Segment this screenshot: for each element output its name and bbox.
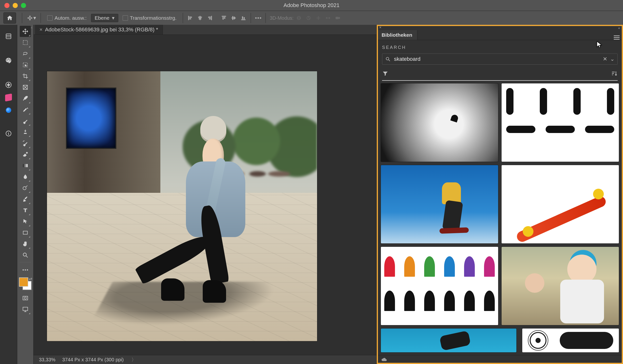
svg-point-19 xyxy=(257,17,259,19)
auto-select-checkbox[interactable]: Autom. ausw.: xyxy=(47,15,87,21)
library-search-input[interactable] xyxy=(394,56,600,62)
search-results[interactable] xyxy=(377,83,623,355)
svg-point-28 xyxy=(9,60,10,61)
library-search-field[interactable]: ✕ ⌄ xyxy=(382,54,618,65)
clone-stamp-tool[interactable] xyxy=(20,126,31,138)
camera-3d-icon xyxy=(334,15,341,21)
status-zoom[interactable]: 33,33% xyxy=(39,357,55,363)
transform-controls-label: Transformationsstrg. xyxy=(130,15,177,21)
brush-tool[interactable] xyxy=(20,115,31,126)
marquee-tool[interactable] xyxy=(20,37,31,48)
panel-menu-icon[interactable] xyxy=(614,35,623,40)
align-bottom-icon[interactable] xyxy=(240,15,247,21)
object-selection-tool[interactable] xyxy=(20,59,31,71)
close-window-button[interactable] xyxy=(4,3,9,8)
result-thumbnail[interactable] xyxy=(381,328,517,353)
dodge-tool[interactable] xyxy=(20,182,31,194)
status-more-icon[interactable]: 〉 xyxy=(132,356,136,363)
svg-point-39 xyxy=(24,269,26,270)
close-tab-icon[interactable]: × xyxy=(39,26,43,33)
result-thumbnail[interactable] xyxy=(381,246,498,325)
document-canvas[interactable] xyxy=(47,71,317,341)
home-button[interactable] xyxy=(3,12,16,24)
align-top-icon[interactable] xyxy=(221,15,227,21)
info-panel-icon[interactable] xyxy=(4,129,13,138)
color-panel-icon[interactable] xyxy=(4,56,13,65)
blur-tool[interactable] xyxy=(20,171,31,182)
align-vcenter-icon[interactable] xyxy=(230,15,237,21)
minimize-window-button[interactable] xyxy=(13,3,18,8)
cloud-sync-icon[interactable] xyxy=(381,357,387,363)
zoom-window-button[interactable] xyxy=(21,3,26,8)
libraries-tab[interactable]: Bibliotheken xyxy=(377,30,417,40)
libraries-panel-shortcut-icon[interactable] xyxy=(4,106,13,114)
swap-colors-icon[interactable]: ⇄ xyxy=(29,277,32,281)
crop-tool[interactable] xyxy=(20,71,31,82)
lasso-tool[interactable] xyxy=(20,48,31,59)
eyedropper-tool[interactable] xyxy=(20,93,31,104)
align-hcenter-icon[interactable] xyxy=(197,15,203,21)
pen-tool[interactable] xyxy=(20,194,31,205)
svg-point-26 xyxy=(7,60,8,61)
result-thumbnail[interactable] xyxy=(501,83,619,162)
gradient-tool[interactable] xyxy=(20,160,31,171)
svg-rect-7 xyxy=(208,17,211,18)
svg-rect-12 xyxy=(232,18,236,18)
cursor-icon xyxy=(596,41,602,48)
edit-toolbar-button[interactable] xyxy=(20,264,31,276)
document-tab[interactable]: × AdobeStock-58669639.jpg bei 33,3% (RGB… xyxy=(35,25,163,35)
macos-traffic-lights xyxy=(0,3,26,8)
canvas-viewport[interactable] xyxy=(34,35,377,355)
svg-rect-46 xyxy=(614,39,620,40)
hand-tool[interactable] xyxy=(20,238,31,249)
zoom-tool[interactable] xyxy=(20,249,31,261)
frame-tool[interactable] xyxy=(20,82,31,93)
align-left-icon[interactable] xyxy=(187,15,194,21)
type-tool[interactable] xyxy=(20,205,31,216)
status-bar: 33,33% 3744 Px x 3744 Px (300 ppi) 〉 xyxy=(34,355,377,364)
svg-rect-41 xyxy=(23,296,28,300)
search-section-label: SEARCH xyxy=(382,45,618,50)
screen-mode-toggle[interactable] xyxy=(20,304,31,315)
result-thumbnail[interactable] xyxy=(501,246,619,325)
result-thumbnail[interactable] xyxy=(381,83,498,162)
navigator-panel-icon[interactable] xyxy=(4,81,13,89)
align-right-icon[interactable] xyxy=(206,15,213,21)
pan-3d-icon xyxy=(315,15,322,21)
move-tool-indicator-icon[interactable]: ▾ xyxy=(26,14,37,22)
path-selection-tool[interactable] xyxy=(20,216,31,227)
rectangle-tool[interactable] xyxy=(20,227,31,238)
auto-select-target-dropdown[interactable]: Ebene ▾ xyxy=(91,14,118,22)
more-options-icon[interactable] xyxy=(255,15,262,21)
window-titlebar: Adobe Photoshop 2021 xyxy=(0,0,623,11)
color-swatches[interactable]: ⇄ xyxy=(19,277,32,290)
svg-point-18 xyxy=(255,17,257,19)
panel-close-icon[interactable]: × xyxy=(379,25,381,30)
status-dimensions[interactable]: 3744 Px x 3744 Px (300 ppi) xyxy=(62,357,124,363)
result-thumbnail[interactable] xyxy=(501,165,619,244)
healing-brush-tool[interactable] xyxy=(20,104,31,115)
clear-search-icon[interactable]: ✕ xyxy=(603,56,607,62)
plugin-panel-icon[interactable] xyxy=(4,93,13,102)
svg-rect-34 xyxy=(23,164,28,167)
filter-icon[interactable] xyxy=(382,70,388,77)
move-tool[interactable] xyxy=(20,26,31,37)
foreground-color-swatch[interactable] xyxy=(19,277,28,287)
panel-footer xyxy=(377,355,623,364)
collapsed-panel-strip: » xyxy=(0,25,17,364)
history-brush-tool[interactable] xyxy=(20,138,31,149)
search-scope-dropdown-icon[interactable]: ⌄ xyxy=(610,56,615,62)
svg-point-37 xyxy=(23,253,26,256)
eraser-tool[interactable] xyxy=(20,149,31,160)
slide-3d-icon xyxy=(325,15,332,21)
transform-controls-checkbox[interactable]: Transformationsstrg. xyxy=(123,15,177,21)
sort-icon[interactable] xyxy=(611,70,618,77)
svg-rect-4 xyxy=(198,17,202,18)
svg-rect-44 xyxy=(614,36,620,36)
panel-collapse-icon[interactable]: « xyxy=(618,26,620,30)
result-thumbnail[interactable] xyxy=(522,328,619,353)
quick-mask-toggle[interactable] xyxy=(20,293,31,304)
history-panel-icon[interactable] xyxy=(4,32,13,40)
svg-rect-11 xyxy=(224,17,225,19)
result-thumbnail[interactable] xyxy=(381,165,498,244)
